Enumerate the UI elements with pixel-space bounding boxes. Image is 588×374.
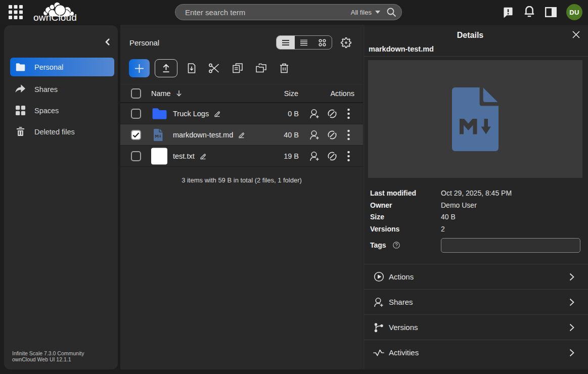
svg-text:ownCloud: ownCloud <box>33 12 77 23</box>
